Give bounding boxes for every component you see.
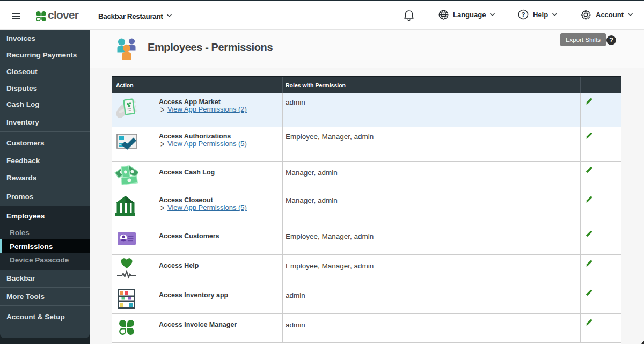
svg-text:?: ? bbox=[521, 11, 525, 18]
